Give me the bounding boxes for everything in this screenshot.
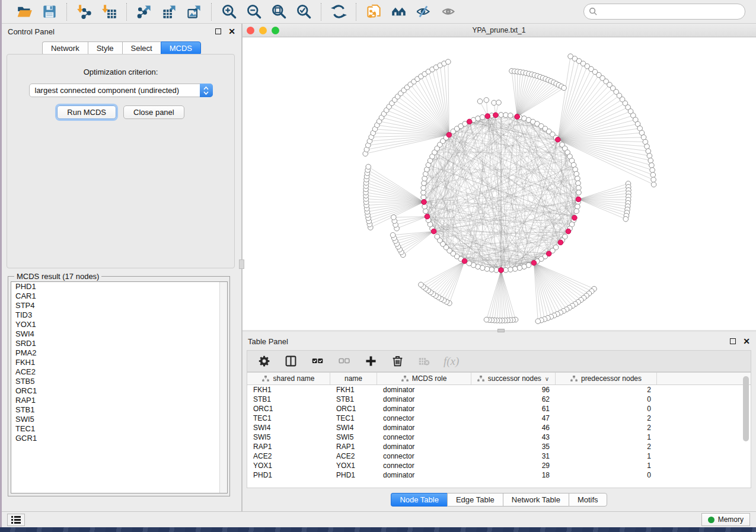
show-all-button[interactable] xyxy=(439,3,457,21)
tab-mcds[interactable]: MCDS xyxy=(161,41,201,55)
mcds-dominator-node[interactable] xyxy=(431,229,436,234)
mcds-dominator-node[interactable] xyxy=(556,137,561,142)
table-row[interactable]: PHD1PHD1dominator180 xyxy=(247,470,751,480)
mcds-result-list[interactable]: PHD1CAR1STP4TID3YOX1SWI4SRD1PMA2FKH1ACE2… xyxy=(11,281,228,493)
close-panel-button[interactable]: Close panel xyxy=(123,105,184,119)
mcds-dominator-node[interactable] xyxy=(572,215,578,220)
table-row[interactable]: STB1STB1dominator620 xyxy=(247,395,751,404)
mcds-dominator-node[interactable] xyxy=(425,214,430,219)
mcds-result-item[interactable]: STB5 xyxy=(11,377,227,386)
criterion-dropdown[interactable]: largest connected component (undirected) xyxy=(29,84,213,97)
window-minimize-icon[interactable] xyxy=(259,27,267,34)
tab-motifs[interactable]: Motifs xyxy=(569,493,607,507)
mcds-result-item[interactable]: STB1 xyxy=(11,405,227,415)
mcds-result-item[interactable]: ORC1 xyxy=(11,386,227,396)
mcds-result-item[interactable]: ACE2 xyxy=(11,367,227,377)
mcds-result-item[interactable]: GCR1 xyxy=(11,434,227,443)
mcds-dominator-node[interactable] xyxy=(558,240,563,245)
table-panel-float-button[interactable] xyxy=(730,338,736,344)
table-row[interactable]: ACE2ACE2connector311 xyxy=(247,451,751,461)
function-builder-button[interactable]: f(x) xyxy=(444,355,459,368)
zoom-out-button[interactable] xyxy=(245,3,263,21)
mcds-result-scrollbar[interactable] xyxy=(219,282,227,493)
add-row-button[interactable] xyxy=(363,354,378,368)
table-row[interactable]: TEC1TEC1connector472 xyxy=(247,414,751,423)
table-row[interactable]: SWI5SWI5connector431 xyxy=(247,432,751,442)
window-zoom-icon[interactable] xyxy=(272,27,279,34)
select-all-button[interactable] xyxy=(310,354,324,368)
mcds-result-item[interactable]: SWI5 xyxy=(11,415,227,424)
mcds-result-item[interactable]: CAR1 xyxy=(11,291,227,301)
table-row[interactable]: SWI4SWI4dominator462 xyxy=(247,423,751,432)
table-panel-close-button[interactable]: ✕ xyxy=(743,338,750,344)
mcds-result-item[interactable]: FKH1 xyxy=(11,358,227,367)
mcds-dominator-node[interactable] xyxy=(566,229,571,234)
tab-node-table[interactable]: Node Table xyxy=(391,493,447,507)
table-row[interactable]: FKH1FKH1dominator962 xyxy=(247,385,751,395)
delete-row-button[interactable] xyxy=(390,354,404,368)
control-panel-float-button[interactable] xyxy=(215,28,221,34)
mcds-result-item[interactable]: RAP1 xyxy=(11,396,227,405)
horizontal-splitter-handle[interactable] xyxy=(497,329,505,332)
mcds-dominator-node[interactable] xyxy=(446,132,452,137)
column-header-successor-nodes[interactable]: successor nodes∨ xyxy=(471,373,556,384)
export-table-button[interactable] xyxy=(160,3,178,21)
mcds-dominator-node[interactable] xyxy=(422,200,427,205)
tab-edge-table[interactable]: Edge Table xyxy=(447,493,503,507)
table-row[interactable]: YOX1YOX1connector291 xyxy=(247,461,751,470)
search-input[interactable] xyxy=(583,4,745,20)
mcds-dominator-node[interactable] xyxy=(515,114,520,120)
show-column-button[interactable] xyxy=(283,354,298,368)
mcds-dominator-node[interactable] xyxy=(576,197,581,202)
table-row[interactable]: ORC1ORC1dominator610 xyxy=(247,404,751,414)
mcds-result-item[interactable]: PHD1 xyxy=(11,282,227,291)
mcds-result-item[interactable]: TEC1 xyxy=(11,424,227,434)
zoom-in-button[interactable] xyxy=(220,3,238,21)
column-header-shared-name[interactable]: shared name xyxy=(247,373,330,384)
task-history-button[interactable] xyxy=(7,514,25,526)
table-settings-button[interactable] xyxy=(257,354,271,368)
run-mcds-button[interactable]: Run MCDS xyxy=(57,105,116,119)
first-neighbors-button[interactable] xyxy=(390,3,407,21)
mcds-dominator-node[interactable] xyxy=(485,114,490,119)
memory-button[interactable]: Memory xyxy=(701,513,750,526)
mcds-result-item[interactable]: STP4 xyxy=(11,301,227,310)
mcds-dominator-node[interactable] xyxy=(546,251,551,257)
delete-table-button[interactable] xyxy=(417,354,431,368)
tab-network-table[interactable]: Network Table xyxy=(503,493,569,507)
table-scrollbar-thumb[interactable] xyxy=(743,376,749,441)
hide-selected-button[interactable] xyxy=(414,3,432,21)
mcds-dominator-node[interactable] xyxy=(493,113,499,118)
mcds-dominator-node[interactable] xyxy=(467,119,472,124)
network-canvas[interactable] xyxy=(242,37,756,332)
zoom-selected-button[interactable] xyxy=(295,3,312,21)
export-image-button[interactable] xyxy=(185,3,203,21)
zoom-fit-button[interactable] xyxy=(270,3,288,21)
refresh-layout-button[interactable] xyxy=(330,3,347,21)
import-network-button[interactable] xyxy=(75,3,93,21)
export-network-button[interactable] xyxy=(135,3,153,21)
save-session-button[interactable] xyxy=(40,3,58,21)
window-close-icon[interactable] xyxy=(247,27,254,34)
vertical-splitter-handle[interactable] xyxy=(239,259,244,269)
mcds-dominator-node[interactable] xyxy=(499,268,504,273)
mcds-result-item[interactable]: TID3 xyxy=(11,310,227,320)
tab-select[interactable]: Select xyxy=(122,41,161,55)
mcds-result-item[interactable]: PMA2 xyxy=(11,348,227,358)
clone-network-button[interactable] xyxy=(365,3,382,21)
import-table-button[interactable] xyxy=(100,3,118,21)
tab-network[interactable]: Network xyxy=(42,41,88,55)
tab-style[interactable]: Style xyxy=(88,41,122,55)
deselect-all-button[interactable] xyxy=(337,354,351,368)
column-header-predecessor-nodes[interactable]: predecessor nodes xyxy=(556,373,657,384)
column-header-name[interactable]: name xyxy=(330,373,377,384)
control-panel-close-button[interactable]: ✕ xyxy=(228,28,235,34)
open-file-button[interactable] xyxy=(15,3,33,21)
mcds-result-item[interactable]: YOX1 xyxy=(11,320,227,329)
mcds-dominator-node[interactable] xyxy=(462,258,467,264)
column-header-MCDS-role[interactable]: MCDS role xyxy=(377,373,471,384)
mcds-dominator-node[interactable] xyxy=(531,260,537,265)
table-row[interactable]: RAP1RAP1dominator352 xyxy=(247,442,751,451)
mcds-result-item[interactable]: SWI4 xyxy=(11,329,227,339)
mcds-result-item[interactable]: SRD1 xyxy=(11,339,227,348)
